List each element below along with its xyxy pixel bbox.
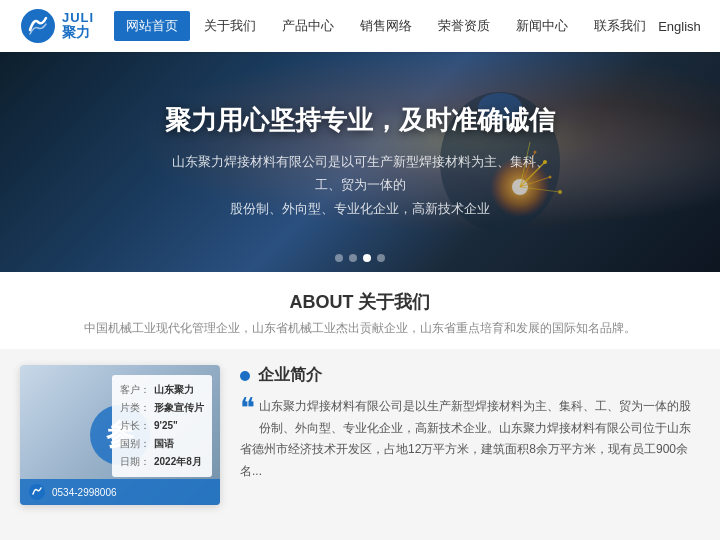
card-date-value: 2022年8月 xyxy=(154,453,202,471)
hero-title: 聚力用心坚持专业，及时准确诚信 xyxy=(165,103,555,138)
card-duration-label: 片长： xyxy=(120,417,150,435)
blue-dot-icon xyxy=(240,371,250,381)
content-section: 参 客户： 山东聚力 片类： 形象宣传片 片长： 9'25" 国别： 国语 日期… xyxy=(0,349,720,521)
hero-banner: 聚力用心坚持专业，及时准确诚信 山东聚力焊接材料有限公司是以可生产新型焊接材料为… xyxy=(0,52,720,272)
nav-item-sales[interactable]: 销售网络 xyxy=(348,11,424,41)
dot-4[interactable] xyxy=(377,254,385,262)
about-section: ABOUT 关于我们 中国机械工业现代化管理企业，山东省机械工业杰出贡献企业，山… xyxy=(0,272,720,349)
card-info-panel: 客户： 山东聚力 片类： 形象宣传片 片长： 9'25" 国别： 国语 日期： … xyxy=(112,375,212,477)
card-phone-number: 0534-2998006 xyxy=(52,487,117,498)
dot-1[interactable] xyxy=(335,254,343,262)
card-info-duration: 片长： 9'25" xyxy=(120,417,204,435)
nav-item-honors[interactable]: 荣誉资质 xyxy=(426,11,502,41)
about-title: ABOUT 关于我们 xyxy=(0,290,720,314)
company-text: 企业简介 ❝山东聚力焊接材料有限公司是以生产新型焊接材料为主、集科、工、贸为一体… xyxy=(240,365,700,505)
hero-subtitle-line1: 山东聚力焊接材料有限公司是以可生产新型焊接材料为主、集科、工、贸为一体的 xyxy=(165,150,555,197)
dot-3[interactable] xyxy=(363,254,371,262)
hero-dots xyxy=(335,254,385,262)
about-subtitle: 中国机械工业现代化管理企业，山东省机械工业杰出贡献企业，山东省重点培育和发展的国… xyxy=(0,320,720,337)
card-bottom: 0534-2998006 xyxy=(20,479,220,505)
card-client-value: 山东聚力 xyxy=(154,381,194,399)
card-info-type: 片类： 形象宣传片 xyxy=(120,399,204,417)
hero-subtitle: 山东聚力焊接材料有限公司是以可生产新型焊接材料为主、集科、工、贸为一体的 股份制… xyxy=(165,150,555,220)
company-intro-header: 企业简介 xyxy=(240,365,700,386)
card-type-label: 片类： xyxy=(120,399,150,417)
nav-english[interactable]: English xyxy=(658,19,701,34)
nav-item-home[interactable]: 网站首页 xyxy=(114,11,190,41)
svg-point-13 xyxy=(558,190,562,194)
card-region-label: 国别： xyxy=(120,435,150,453)
card-type-value: 形象宣传片 xyxy=(154,399,204,417)
nav-item-about[interactable]: 关于我们 xyxy=(192,11,268,41)
company-intro-text: ❝山东聚力焊接材料有限公司是以生产新型焊接材料为主、集科、工、贸为一体的股份制、… xyxy=(240,396,700,482)
card-duration-value: 9'25" xyxy=(154,417,178,435)
quote-mark-icon: ❝ xyxy=(240,394,255,422)
card-info-date: 日期： 2022年8月 xyxy=(120,453,204,471)
site-header: JULI 聚力 网站首页 关于我们 产品中心 销售网络 荣誉资质 新闻中心 联系… xyxy=(0,0,720,52)
svg-point-15 xyxy=(29,484,45,500)
card-client-label: 客户： xyxy=(120,381,150,399)
nav-item-products[interactable]: 产品中心 xyxy=(270,11,346,41)
nav-item-contact[interactable]: 联系我们 xyxy=(582,11,658,41)
logo-text: JULI 聚力 xyxy=(62,11,94,41)
dot-2[interactable] xyxy=(349,254,357,262)
svg-point-0 xyxy=(21,9,55,43)
hero-subtitle-line2: 股份制、外向型、专业化企业，高新技术企业 xyxy=(165,197,555,220)
logo-juli: JULI xyxy=(62,11,94,25)
card-date-label: 日期： xyxy=(120,453,150,471)
company-intro-title: 企业简介 xyxy=(258,365,322,386)
company-intro-body: 山东聚力焊接材料有限公司是以生产新型焊接材料为主、集科、工、贸为一体的股份制、外… xyxy=(240,399,691,478)
card-info-client: 客户： 山东聚力 xyxy=(120,381,204,399)
logo[interactable]: JULI 聚力 xyxy=(20,8,94,44)
main-nav: 网站首页 关于我们 产品中心 销售网络 荣誉资质 新闻中心 联系我们 xyxy=(114,11,658,41)
hero-text: 聚力用心坚持专业，及时准确诚信 山东聚力焊接材料有限公司是以可生产新型焊接材料为… xyxy=(165,103,555,220)
card-logo-small-icon xyxy=(28,483,46,501)
card-info-region: 国别： 国语 xyxy=(120,435,204,453)
card-region-value: 国语 xyxy=(154,435,174,453)
logo-icon xyxy=(20,8,56,44)
nav-item-news[interactable]: 新闻中心 xyxy=(504,11,580,41)
company-image-card: 参 客户： 山东聚力 片类： 形象宣传片 片长： 9'25" 国别： 国语 日期… xyxy=(20,365,220,505)
logo-chinese: 聚力 xyxy=(62,25,94,40)
